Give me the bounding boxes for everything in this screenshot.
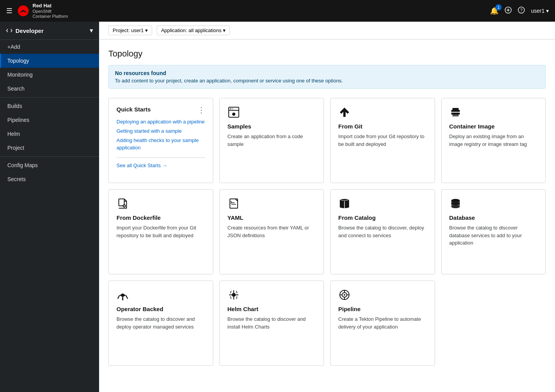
topnav-actions: 🔔 1 ? user1 ▾ bbox=[490, 7, 549, 15]
sidebar: Developer ▾ +Add Topology Monitoring Sea… bbox=[0, 22, 99, 392]
operator-backed-card-desc: Browse the catalog to discover and deplo… bbox=[116, 315, 205, 330]
database-icon bbox=[449, 197, 462, 210]
qs-link-item: Adding health checks to your sample appl… bbox=[116, 137, 205, 151]
catalog-icon bbox=[338, 197, 351, 210]
svg-point-8 bbox=[232, 113, 235, 116]
application-dropdown[interactable]: Application: all applications ▾ bbox=[157, 26, 230, 35]
from-catalog-card[interactable]: From Catalog Browse the catalog to disco… bbox=[330, 189, 435, 274]
sidebar-item-secrets[interactable]: Secrets bbox=[0, 172, 99, 186]
quickstarts-title: Quick Starts bbox=[116, 106, 151, 113]
code-icon bbox=[6, 27, 12, 34]
helm-chart-card-desc: Browse the catalog to discover and insta… bbox=[228, 315, 316, 330]
svg-line-29 bbox=[126, 295, 128, 299]
alert-title: No resources found bbox=[115, 70, 539, 76]
quickstarts-card: Quick Starts ⋮ Deploying an application … bbox=[108, 98, 213, 183]
sidebar-item-builds[interactable]: Builds bbox=[0, 99, 99, 113]
sidebar-item-monitoring[interactable]: Monitoring bbox=[0, 68, 99, 82]
sidebar-item-project[interactable]: Project bbox=[0, 141, 99, 155]
quickstarts-links: Deploying an application with a pipeline… bbox=[116, 118, 205, 151]
from-git-card-desc: Import code from your Git repository to … bbox=[338, 133, 427, 148]
svg-marker-26 bbox=[120, 289, 126, 297]
add-button[interactable] bbox=[505, 7, 512, 15]
dockerfile-card-desc: Import your Dockerfile from your Git rep… bbox=[116, 224, 205, 239]
sidebar-item-config-maps[interactable]: Config Maps bbox=[0, 158, 99, 172]
svg-rect-12 bbox=[451, 113, 460, 115]
qs-link-1[interactable]: Getting started with a sample bbox=[116, 128, 205, 135]
sidebar-item-search[interactable]: Search bbox=[0, 82, 99, 96]
role-switcher[interactable]: Developer ▾ bbox=[0, 22, 99, 40]
sidebar-item-topology[interactable]: Topology bbox=[0, 54, 99, 68]
svg-rect-13 bbox=[452, 108, 459, 110]
cards-grid: Quick Starts ⋮ Deploying an application … bbox=[108, 98, 546, 366]
svg-rect-11 bbox=[451, 110, 460, 112]
brand-logo: Red Hat OpenShift Container Platform bbox=[17, 3, 68, 19]
samples-card-desc: Create an application from a code sample bbox=[228, 133, 316, 148]
svg-point-37 bbox=[344, 294, 345, 296]
container-image-card-desc: Deploy an existing image from an image r… bbox=[449, 133, 538, 148]
samples-card-title: Samples bbox=[228, 123, 316, 130]
sidebar-nav: +Add Topology Monitoring Search Builds P… bbox=[0, 40, 99, 186]
page-content: Topology No resources found To add conte… bbox=[99, 39, 555, 375]
operator-icon bbox=[116, 289, 129, 301]
yaml-card-title: YAML bbox=[228, 214, 316, 221]
chevron-down-icon: ▾ bbox=[223, 27, 226, 33]
top-navbar: ☰ Red Hat OpenShift Container Platform 🔔… bbox=[0, 0, 555, 22]
from-git-card[interactable]: From Git Import code from your Git repos… bbox=[330, 98, 435, 183]
qs-link-item: Getting started with a sample bbox=[116, 128, 205, 135]
database-card[interactable]: Database Browse the catalog to discover … bbox=[441, 189, 546, 274]
pipeline-icon bbox=[338, 289, 351, 301]
from-dockerfile-card[interactable]: From Dockerfile Import your Dockerfile f… bbox=[108, 189, 213, 274]
main-content: Project: user1 ▾ Application: all applic… bbox=[99, 22, 555, 392]
sidebar-item-helm[interactable]: Helm bbox=[0, 127, 99, 141]
notification-count: 1 bbox=[495, 4, 502, 10]
subheader: Project: user1 ▾ Application: all applic… bbox=[99, 22, 555, 39]
chevron-down-icon: ▾ bbox=[90, 27, 93, 34]
dockerfile-card-title: From Dockerfile bbox=[116, 214, 205, 221]
container-icon bbox=[449, 106, 462, 118]
yaml-icon bbox=[228, 197, 240, 210]
container-image-card-title: Container Image bbox=[449, 123, 538, 130]
brand-text: Red Hat OpenShift Container Platform bbox=[33, 3, 68, 19]
samples-icon bbox=[228, 106, 240, 118]
samples-card[interactable]: Samples Create an application from a cod… bbox=[219, 98, 324, 183]
svg-rect-14 bbox=[452, 115, 459, 116]
pipeline-card-desc: Create a Tekton Pipeline to automate del… bbox=[338, 315, 427, 330]
user-menu[interactable]: user1 ▾ bbox=[531, 8, 549, 14]
catalog-card-title: From Catalog bbox=[338, 214, 427, 221]
operator-backed-card[interactable]: Operator Backed Browse the catalog to di… bbox=[108, 281, 213, 366]
redhat-logo-icon bbox=[17, 5, 29, 17]
see-all-quickstarts-link[interactable]: See all Quick Starts → bbox=[116, 157, 205, 168]
svg-point-30 bbox=[232, 293, 236, 297]
git-icon bbox=[338, 106, 351, 118]
dockerfile-icon bbox=[116, 197, 129, 210]
sidebar-item-add[interactable]: +Add bbox=[0, 40, 99, 54]
helm-chart-card-title: Helm Chart bbox=[228, 306, 316, 312]
yaml-card[interactable]: YAML Create resources from their YAML or… bbox=[219, 189, 324, 274]
svg-line-28 bbox=[118, 295, 120, 299]
operator-backed-card-title: Operator Backed bbox=[116, 306, 205, 312]
helm-icon bbox=[228, 289, 240, 301]
quickstarts-header: Quick Starts ⋮ bbox=[116, 106, 205, 114]
svg-text:?: ? bbox=[520, 8, 522, 12]
no-resources-banner: No resources found To add content to you… bbox=[108, 65, 546, 89]
page-title: Topology bbox=[108, 49, 546, 59]
alert-body: To add content to your project, create a… bbox=[115, 78, 539, 84]
svg-point-25 bbox=[451, 205, 460, 208]
notifications-button[interactable]: 🔔 1 bbox=[490, 7, 498, 15]
help-button[interactable]: ? bbox=[518, 7, 525, 15]
sidebar-item-pipelines[interactable]: Pipelines bbox=[0, 113, 99, 127]
chevron-down-icon: ▾ bbox=[145, 27, 148, 33]
from-git-card-title: From Git bbox=[338, 123, 427, 130]
hamburger-menu[interactable]: ☰ bbox=[6, 7, 12, 15]
qs-link-2[interactable]: Adding health checks to your sample appl… bbox=[116, 137, 205, 151]
helm-chart-card[interactable]: Helm Chart Browse the catalog to discove… bbox=[219, 281, 324, 366]
database-card-desc: Browse the catalog to discover database … bbox=[449, 224, 538, 247]
project-dropdown[interactable]: Project: user1 ▾ bbox=[108, 26, 152, 35]
qs-link-0[interactable]: Deploying an application with a pipeline bbox=[116, 118, 205, 125]
arrow-right-icon: → bbox=[162, 163, 167, 168]
catalog-card-desc: Browse the catalog to discover, deploy a… bbox=[338, 224, 427, 239]
pipeline-card[interactable]: Pipeline Create a Tekton Pipeline to aut… bbox=[330, 281, 435, 366]
container-image-card[interactable]: Container Image Deploy an existing image… bbox=[441, 98, 546, 183]
qs-link-item: Deploying an application with a pipeline bbox=[116, 118, 205, 125]
quickstarts-menu-button[interactable]: ⋮ bbox=[197, 106, 205, 114]
